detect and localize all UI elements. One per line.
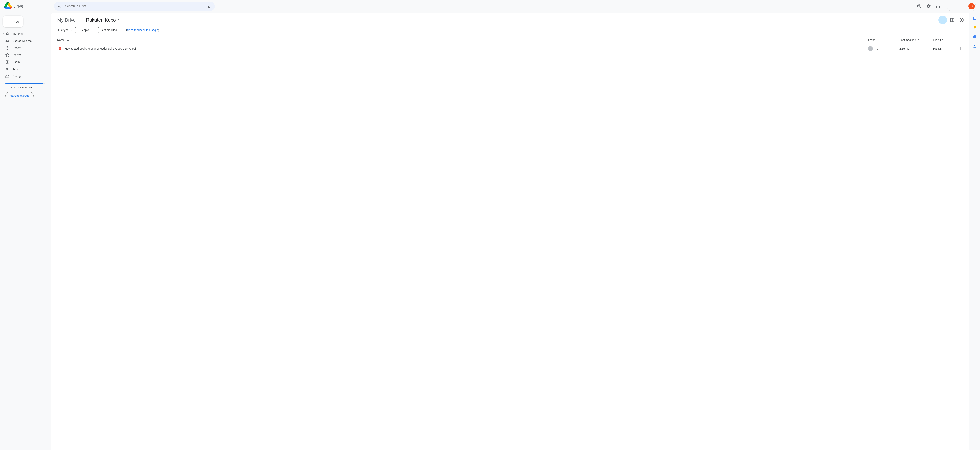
- pdf-icon: [58, 47, 62, 51]
- chip-file-type[interactable]: File type: [56, 27, 76, 33]
- nav-label: Shared with me: [13, 40, 32, 43]
- shared-icon: [5, 39, 10, 43]
- new-button[interactable]: New: [3, 16, 23, 27]
- feedback-text: (Send feedback to Google): [126, 29, 159, 32]
- th-owner[interactable]: Owner: [868, 38, 900, 41]
- plus-icon: [7, 19, 11, 24]
- cell-file-size: 805 KB: [933, 47, 956, 50]
- chip-label: File type: [58, 29, 68, 32]
- main-content: My Drive Rakuten Kobo File type: [51, 13, 969, 450]
- avatar[interactable]: C: [969, 3, 975, 10]
- th-file-size[interactable]: File size: [933, 38, 956, 41]
- more-vert-icon[interactable]: [957, 45, 964, 52]
- nav-list: My Drive Shared with me Recent Starred S…: [2, 30, 48, 80]
- nav-trash[interactable]: Trash: [2, 66, 48, 73]
- nav-storage[interactable]: Storage: [2, 73, 48, 80]
- nav-label: Spam: [13, 60, 20, 63]
- header: Drive C: [0, 0, 980, 13]
- header-actions: C: [915, 2, 977, 11]
- storage-bar: [5, 83, 46, 84]
- nav-my-drive[interactable]: My Drive: [2, 30, 48, 37]
- storage-block: 14.08 GB of 15 GB used Manage storage: [2, 82, 48, 100]
- search-options-icon[interactable]: [205, 2, 213, 10]
- nav-label: Trash: [13, 68, 19, 71]
- table-header: Name Owner Last modified File size: [56, 36, 966, 44]
- sidebar: New My Drive Shared with me Recent Starr…: [0, 13, 51, 450]
- spam-icon: [5, 60, 10, 64]
- keep-addon-icon[interactable]: [971, 24, 978, 31]
- search-icon[interactable]: [56, 2, 64, 10]
- table-row[interactable]: How to add books to your eReader using G…: [56, 44, 966, 53]
- chip-label: People: [80, 29, 89, 32]
- account-switcher[interactable]: C: [947, 2, 976, 11]
- chip-last-modified[interactable]: Last modified: [98, 27, 124, 33]
- nav-shared-with-me[interactable]: Shared with me: [2, 37, 48, 44]
- feedback-link[interactable]: Send feedback to Google: [127, 29, 158, 32]
- owner-name: me: [875, 47, 878, 50]
- cloud-icon: [5, 74, 10, 78]
- calendar-addon-icon[interactable]: 31: [971, 14, 978, 22]
- details-button[interactable]: [957, 16, 966, 24]
- th-name[interactable]: Name: [56, 38, 868, 42]
- manage-storage-button[interactable]: Manage storage: [5, 92, 33, 100]
- svg-rect-3: [974, 29, 975, 29]
- caret-down-icon: [117, 17, 121, 23]
- th-name-label: Name: [57, 38, 65, 41]
- nav-label: Starred: [13, 54, 22, 57]
- chip-people[interactable]: People: [78, 27, 96, 33]
- view-actions: [939, 16, 966, 24]
- sort-down-icon[interactable]: [66, 38, 70, 42]
- my-drive-icon: [5, 32, 10, 36]
- caret-down-icon: [118, 28, 122, 32]
- caret-down-icon: [917, 38, 920, 42]
- caret-down-icon: [70, 28, 73, 32]
- breadcrumb: My Drive Rakuten Kobo: [56, 16, 966, 24]
- nav-label: Storage: [13, 74, 22, 78]
- cell-owner: me: [868, 46, 899, 51]
- settings-gear-icon[interactable]: [925, 2, 932, 10]
- side-panel: 31: [969, 13, 980, 450]
- svg-text:31: 31: [974, 17, 975, 19]
- filter-chips: File type People Last modified (Send fee…: [56, 27, 966, 33]
- th-mod-label: Last modified: [900, 38, 916, 41]
- nav-label: Recent: [13, 46, 21, 49]
- apps-grid-icon[interactable]: [934, 2, 942, 10]
- svg-point-5: [974, 45, 975, 46]
- expand-caret-icon[interactable]: [2, 32, 5, 35]
- nav-starred[interactable]: Starred: [2, 51, 48, 59]
- nav-recent[interactable]: Recent: [2, 44, 48, 51]
- chevron-right-icon: [79, 18, 83, 22]
- row-actions: [956, 45, 964, 52]
- nav-spam[interactable]: Spam: [2, 59, 48, 66]
- search-bar: [54, 2, 215, 11]
- star-icon: [5, 53, 10, 57]
- grid-view-button[interactable]: [948, 16, 956, 24]
- list-view-button[interactable]: [939, 16, 947, 24]
- recent-icon: [5, 46, 10, 50]
- breadcrumb-root[interactable]: My Drive: [56, 16, 78, 24]
- contacts-addon-icon[interactable]: [971, 42, 978, 50]
- breadcrumb-current-label: Rakuten Kobo: [86, 17, 116, 23]
- storage-fill: [5, 83, 43, 84]
- trash-icon: [5, 67, 10, 71]
- side-panel-divider: [972, 53, 977, 53]
- cell-last-modified: 2:15 PM: [899, 47, 933, 50]
- drive-logo-icon: [4, 2, 12, 10]
- app-name: Drive: [13, 4, 23, 9]
- storage-text: 14.08 GB of 15 GB used: [5, 86, 46, 89]
- search-input[interactable]: [64, 5, 205, 8]
- th-last-modified[interactable]: Last modified: [900, 38, 933, 42]
- nav-label: My Drive: [13, 32, 23, 35]
- new-button-label: New: [14, 20, 19, 23]
- tasks-addon-icon[interactable]: [971, 33, 978, 41]
- logo[interactable]: Drive: [3, 2, 54, 10]
- cell-name: How to add books to your eReader using G…: [56, 47, 868, 51]
- caret-down-icon: [90, 28, 94, 32]
- get-addons-icon[interactable]: [971, 56, 978, 63]
- help-icon[interactable]: [915, 2, 923, 10]
- chip-label: Last modified: [101, 29, 117, 32]
- owner-avatar-icon: [868, 46, 873, 51]
- breadcrumb-current[interactable]: Rakuten Kobo: [84, 16, 122, 24]
- file-name: How to add books to your eReader using G…: [65, 47, 136, 50]
